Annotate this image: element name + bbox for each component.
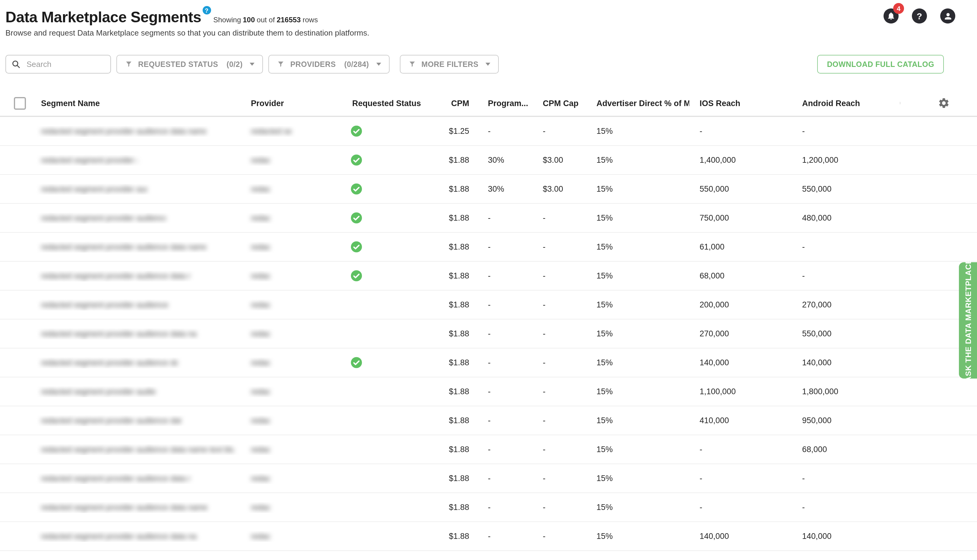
provider-cell: redacted segment provider audience data … (240, 502, 342, 513)
ios-reach-cell: 68,000 (689, 271, 797, 280)
provider-redacted: redacted segment provider audience data … (251, 183, 270, 194)
cpm-cell: $1.88 (447, 358, 480, 367)
notifications-button[interactable]: 4 (883, 8, 899, 23)
segment-name-redacted: redacted segment provider audience data … (41, 473, 190, 484)
column-header-ios-reach: IOS Reach (689, 98, 797, 108)
android-reach-cell: - (797, 271, 900, 280)
column-settings-button[interactable] (938, 97, 950, 109)
segment-name-redacted: redacted segment provider audience data … (41, 444, 234, 455)
android-reach-cell: 950,000 (797, 416, 900, 425)
android-reach-cell: - (797, 242, 900, 252)
table-row[interactable]: redacted segment provider audience data … (0, 522, 977, 551)
ios-reach-cell: - (689, 474, 797, 483)
ios-reach-cell: 61,000 (689, 242, 797, 252)
cpm-cap-cell: - (534, 358, 588, 367)
programmatic-cell: - (480, 532, 534, 541)
cpm-cap-cell: $3.00 (534, 185, 588, 193)
cpm-cap-cell: - (534, 474, 588, 483)
segment-name-cell: redacted segment provider audience data … (36, 242, 240, 252)
search-input[interactable] (25, 59, 105, 69)
table-row[interactable]: redacted segment provider audience data … (0, 435, 977, 464)
header-checkbox-cell (0, 97, 36, 109)
table-row[interactable]: redacted segment provider audience data … (0, 175, 977, 204)
segment-name-cell: redacted segment provider audience data … (36, 531, 240, 542)
table-row[interactable]: redacted segment provider audience data … (0, 320, 977, 348)
provider-redacted: redacted segment provider audience data … (251, 473, 270, 484)
segment-name-redacted: redacted segment provider audience data … (41, 386, 156, 397)
advertiser-direct-cell: 15% (588, 329, 689, 338)
cpm-cell: $1.25 (447, 127, 480, 136)
android-reach-cell: 550,000 (797, 185, 900, 193)
segment-name-redacted: redacted segment provider audience data … (41, 183, 147, 194)
select-all-checkbox[interactable] (14, 97, 26, 109)
column-header-programmatic: Program... (480, 98, 534, 108)
table-row[interactable]: redacted segment provider audience data … (0, 117, 977, 146)
ios-reach-cell: 1,100,000 (689, 387, 797, 396)
provider-cell: redacted segment provider audience data … (240, 183, 342, 194)
table-row[interactable]: redacted segment provider audience data … (0, 377, 977, 406)
table-row[interactable]: redacted segment provider audience data … (0, 204, 977, 233)
segment-name-cell: redacted segment provider audience data … (36, 155, 240, 165)
segment-name-redacted: redacted segment provider audience data … (41, 328, 197, 339)
table-row[interactable]: redacted segment provider audience data … (0, 146, 977, 175)
approved-check-icon (351, 270, 362, 282)
table-header-row: Segment Name Provider Requested Status C… (0, 90, 977, 117)
table-row[interactable]: redacted segment provider audience data … (0, 290, 977, 320)
segment-name-cell: redacted segment provider audience data … (36, 126, 240, 137)
cpm-cell: $1.88 (447, 387, 480, 396)
cpm-cell: $1.88 (447, 503, 480, 512)
data-marketplace-page: Data Marketplace Segments ? Showing100ou… (0, 0, 977, 560)
provider-redacted: redacted segment provider audience data … (251, 242, 270, 252)
help-button[interactable]: ? (912, 8, 927, 23)
advertiser-direct-cell: 15% (588, 213, 689, 222)
provider-cell: redacted segment provider audience data … (240, 531, 342, 542)
providers-filter-button[interactable]: PROVIDERS (0/284) (269, 55, 389, 73)
segment-name-cell: redacted segment provider audience data … (36, 444, 240, 455)
cpm-cell: $1.88 (447, 242, 480, 252)
segment-name-cell: redacted segment provider audience data … (36, 473, 240, 484)
table-row[interactable]: redacted segment provider audience data … (0, 262, 977, 290)
ask-the-data-marketplace-tab[interactable]: ASK THE DATA MARKETPLACE (959, 262, 977, 378)
advertiser-direct-cell: 15% (588, 271, 689, 280)
approved-check-icon (351, 356, 362, 369)
title-help-icon[interactable]: ? (202, 6, 211, 15)
chevron-down-icon (486, 63, 491, 66)
approved-check-icon (351, 212, 362, 224)
ios-reach-cell: 200,000 (689, 300, 797, 309)
programmatic-cell: - (480, 416, 534, 425)
provider-cell: redacted segment provider audience data … (240, 328, 342, 339)
android-reach-cell: 270,000 (797, 300, 900, 309)
column-header-cpm-cap: CPM Cap (534, 98, 588, 108)
table-row[interactable]: redacted segment provider audience data … (0, 348, 977, 377)
table-row[interactable]: redacted segment provider audience data … (0, 464, 977, 493)
top-icon-bar: 4 ? (883, 8, 955, 23)
segment-name-redacted: redacted segment provider audience data … (41, 212, 166, 223)
account-button[interactable] (940, 8, 955, 23)
stats-total-count: 216553 (277, 16, 301, 24)
table-row[interactable]: redacted segment provider audience data … (0, 551, 977, 560)
download-full-catalog-button[interactable]: DOWNLOAD FULL CATALOG (817, 55, 944, 73)
programmatic-cell: - (480, 503, 534, 512)
requested-status-cell (342, 270, 447, 282)
ios-reach-cell: 140,000 (689, 532, 797, 541)
bell-icon (887, 12, 895, 20)
segment-name-cell: redacted segment provider audience data … (36, 415, 240, 426)
approved-check-icon (351, 183, 362, 195)
requested-status-cell (342, 125, 447, 137)
requested-status-filter-button[interactable]: REQUESTED STATUS (0/2) (116, 55, 263, 73)
table-row[interactable]: redacted segment provider audience data … (0, 493, 977, 522)
programmatic-cell: - (480, 242, 534, 252)
provider-cell: redacted segment provider audience data … (240, 444, 342, 455)
provider-redacted: redacted segment provider audience data … (251, 386, 270, 397)
table-row[interactable]: redacted segment provider audience data … (0, 233, 977, 262)
android-reach-cell: 1,200,000 (797, 155, 900, 165)
cpm-cap-cell: - (534, 387, 588, 396)
ios-reach-cell: 550,000 (689, 185, 797, 193)
table-row[interactable]: redacted segment provider audience data … (0, 406, 977, 435)
advertiser-direct-cell: 15% (588, 445, 689, 454)
funnel-icon (125, 60, 133, 68)
column-header-advertiser-direct: Advertiser Direct % of Me... (588, 98, 689, 108)
provider-cell: redacted segment provider audience data … (240, 155, 342, 165)
more-filters-button[interactable]: MORE FILTERS (400, 55, 499, 73)
search-box[interactable] (5, 55, 111, 73)
